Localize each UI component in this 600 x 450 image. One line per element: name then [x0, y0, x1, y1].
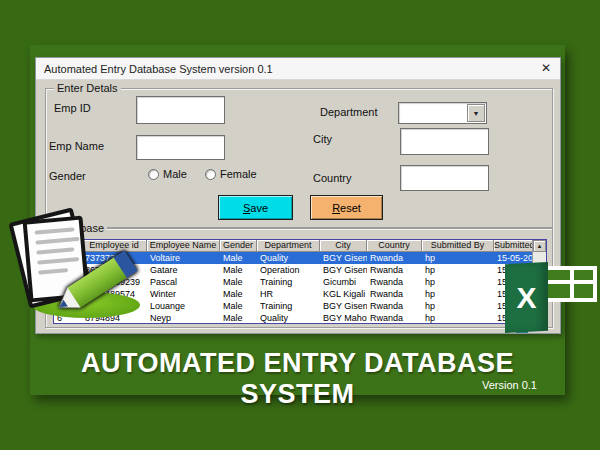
table-cell: HR: [257, 288, 320, 300]
gender-radio-male[interactable]: Male: [148, 168, 187, 180]
column-header: Country: [367, 240, 422, 252]
emp-name-field[interactable]: [136, 135, 225, 160]
table-cell: Male: [220, 312, 257, 324]
table-cell: Voltaire: [147, 252, 220, 264]
table-cell: Winter: [147, 288, 220, 300]
table-cell: Male: [220, 264, 257, 276]
table-cell: Male: [220, 252, 257, 264]
window-title: Automated Entry Database System version …: [44, 63, 273, 75]
column-header: Employee Name: [147, 240, 220, 252]
table-cell: Pascal: [147, 276, 220, 288]
clipboard-pencil-icon: [0, 210, 150, 355]
table-cell: BGY Mahoko: [320, 312, 367, 324]
radio-circle-icon: [148, 169, 159, 180]
table-cell: Gatare: [147, 264, 220, 276]
table-cell: hp: [422, 300, 494, 312]
excel-x-sheet: X: [505, 262, 548, 333]
table-cell: hp: [422, 276, 494, 288]
table-cell: Neyp: [147, 312, 220, 324]
table-cell: Rwanda: [367, 264, 422, 276]
table-cell: Rwanda: [367, 252, 422, 264]
department-label: Department: [320, 106, 377, 118]
table-cell: BGY Gisenyi: [320, 264, 367, 276]
gender-radio-female[interactable]: Female: [205, 168, 257, 180]
country-label: Country: [313, 172, 352, 184]
gender-female-label: Female: [220, 168, 257, 180]
column-header: Submitted Date: [494, 240, 534, 252]
chevron-down-icon[interactable]: ▼: [467, 104, 485, 122]
country-field[interactable]: [400, 165, 489, 191]
column-header: City: [320, 240, 367, 252]
gender-male-label: Male: [163, 168, 187, 180]
excel-icon: X: [505, 258, 600, 348]
spreadsheet-grid-icon: [543, 266, 597, 302]
table-cell: Training: [257, 276, 320, 288]
radio-circle-icon: [205, 169, 216, 180]
department-combobox[interactable]: ▼: [398, 102, 487, 124]
column-header: Submitted By: [422, 240, 494, 252]
city-label: City: [313, 133, 332, 145]
emp-id-field[interactable]: [136, 96, 225, 124]
table-cell: hp: [422, 312, 494, 324]
table-cell: Male: [220, 276, 257, 288]
reset-button[interactable]: Reset: [310, 195, 383, 220]
emp-id-label: Emp ID: [54, 102, 91, 114]
table-cell: Rwanda: [367, 288, 422, 300]
table-cell: hp: [422, 252, 494, 264]
table-cell: Louange: [147, 300, 220, 312]
table-cell: Male: [220, 288, 257, 300]
table-cell: Gicumbi: [320, 276, 367, 288]
banner-version: Version 0.1: [482, 379, 537, 391]
table-cell: Rwanda: [367, 300, 422, 312]
stage: Automated Entry Database System version …: [0, 0, 600, 450]
table-cell: Male: [220, 300, 257, 312]
table-cell: KGL Kigali: [320, 288, 367, 300]
table-cell: Quality: [257, 252, 320, 264]
title-bar: Automated Entry Database System version …: [36, 58, 560, 80]
scroll-up-icon[interactable]: ▲: [533, 240, 546, 252]
table-cell: Rwanda: [367, 312, 422, 324]
table-cell: Rwanda: [367, 276, 422, 288]
table-cell: hp: [422, 264, 494, 276]
close-icon[interactable]: ✕: [541, 62, 551, 74]
excel-x-letter: X: [516, 281, 536, 315]
column-header: Gender: [220, 240, 257, 252]
table-cell: BGY Gisenyi: [320, 252, 367, 264]
gender-label: Gender: [49, 170, 86, 182]
table-cell: BGY Gisenyi: [320, 300, 367, 312]
city-field[interactable]: [400, 128, 489, 155]
table-cell: Training: [257, 300, 320, 312]
emp-name-label: Emp Name: [49, 140, 104, 152]
column-header: Department: [257, 240, 320, 252]
save-button[interactable]: Save: [218, 195, 293, 220]
table-cell: hp: [422, 288, 494, 300]
table-cell: Operation: [257, 264, 320, 276]
group-enter-details-label: Enter Detals: [54, 82, 121, 94]
table-cell: Quality: [257, 312, 320, 324]
